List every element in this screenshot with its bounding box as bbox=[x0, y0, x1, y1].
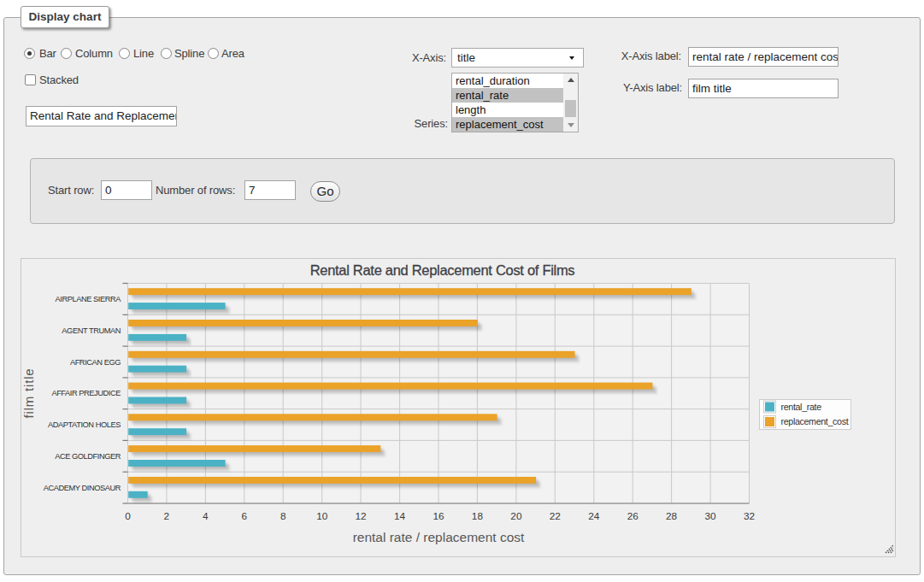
svg-text:6: 6 bbox=[242, 510, 248, 522]
svg-text:Rental Rate and Replacement Co: Rental Rate and Replacement Cost of Film… bbox=[310, 262, 575, 278]
svg-text:30: 30 bbox=[705, 510, 717, 522]
svg-text:ACADEMY DINOSAUR: ACADEMY DINOSAUR bbox=[44, 484, 121, 492]
svg-text:32: 32 bbox=[744, 510, 755, 522]
svg-text:AFRICAN EGG: AFRICAN EGG bbox=[70, 358, 121, 367]
svg-text:14: 14 bbox=[394, 510, 406, 522]
svg-text:28: 28 bbox=[666, 510, 678, 522]
svg-text:4: 4 bbox=[203, 510, 209, 522]
svg-text:8: 8 bbox=[280, 510, 286, 522]
svg-text:26: 26 bbox=[627, 510, 639, 522]
svg-text:12: 12 bbox=[356, 510, 367, 522]
svg-text:film title: film title bbox=[21, 368, 36, 419]
svg-text:AFFAIR PREJUDICE: AFFAIR PREJUDICE bbox=[51, 389, 121, 397]
svg-text:22: 22 bbox=[550, 510, 561, 522]
svg-text:2: 2 bbox=[164, 510, 170, 522]
svg-text:24: 24 bbox=[588, 510, 600, 522]
svg-text:20: 20 bbox=[510, 510, 522, 522]
svg-text:replacement_cost: replacement_cost bbox=[781, 416, 849, 426]
svg-text:18: 18 bbox=[472, 510, 484, 522]
svg-text:16: 16 bbox=[433, 510, 444, 522]
svg-text:rental rate / replacement cost: rental rate / replacement cost bbox=[353, 530, 525, 544]
svg-text:0: 0 bbox=[125, 510, 131, 522]
svg-text:AGENT TRUMAN: AGENT TRUMAN bbox=[62, 326, 121, 335]
svg-text:ADAPTATION HOLES: ADAPTATION HOLES bbox=[48, 420, 121, 429]
svg-text:10: 10 bbox=[316, 510, 328, 522]
svg-text:AIRPLANE SIERRA: AIRPLANE SIERRA bbox=[56, 295, 122, 303]
svg-text:rental_rate: rental_rate bbox=[781, 402, 822, 412]
svg-text:ACE GOLDFINGER: ACE GOLDFINGER bbox=[55, 452, 121, 461]
